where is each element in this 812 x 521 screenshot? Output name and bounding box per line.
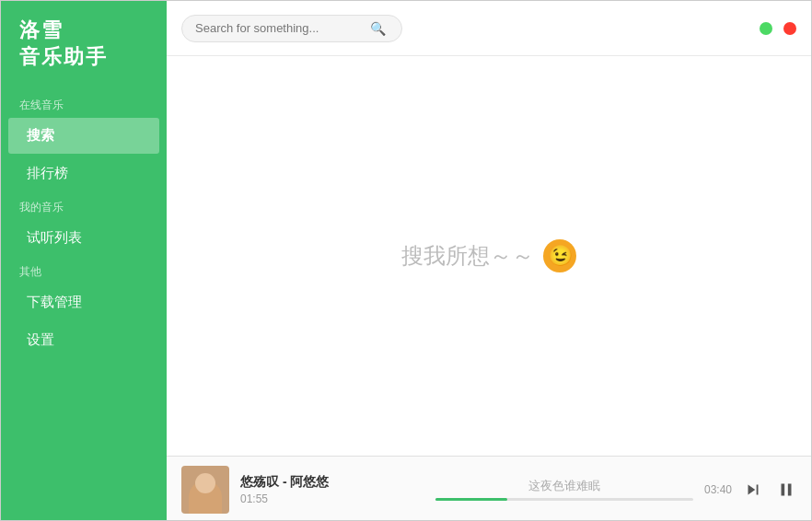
sidebar-item-search[interactable]: 搜索 — [8, 118, 159, 154]
main-panel: 🔍 搜我所想～～ 😉 悠殇叹 - 阿悠悠 01:55 这夜色谁难眠 03:40 — [167, 1, 811, 521]
emoji-icon: 😉 — [543, 239, 576, 272]
song-title: 悠殇叹 - 阿悠悠 — [240, 474, 424, 491]
sidebar: 洛雪 音乐助手 在线音乐 搜索 排行榜 我的音乐 试听列表 其他 下载管理 设置 — [1, 1, 167, 521]
album-art — [181, 466, 229, 514]
empty-message: 搜我所想～～ 😉 — [401, 239, 576, 272]
song-time-total: 03:40 — [704, 483, 732, 496]
sidebar-item-settings[interactable]: 设置 — [8, 322, 159, 358]
empty-text: 搜我所想～～ — [401, 241, 534, 271]
section-label-online: 在线音乐 — [1, 90, 167, 117]
song-time-elapsed: 01:55 — [240, 492, 424, 505]
section-label-mymusic: 我的音乐 — [1, 192, 167, 219]
sidebar-item-download[interactable]: 下载管理 — [8, 284, 159, 320]
progress-bar[interactable] — [435, 498, 693, 501]
song-info: 悠殇叹 - 阿悠悠 01:55 — [240, 474, 424, 505]
search-container[interactable]: 🔍 — [181, 15, 402, 42]
progress-area: 这夜色谁难眠 — [435, 478, 693, 501]
window-controls — [760, 22, 796, 35]
pause-button[interactable] — [776, 480, 796, 500]
close-button[interactable] — [783, 22, 796, 35]
player-controls — [743, 480, 796, 500]
sidebar-item-chart[interactable]: 排行榜 — [8, 156, 159, 191]
topbar: 🔍 — [167, 1, 811, 56]
player-bar: 悠殇叹 - 阿悠悠 01:55 这夜色谁难眠 03:40 — [167, 456, 811, 521]
sidebar-item-preview[interactable]: 试听列表 — [8, 220, 159, 256]
content-area: 搜我所想～～ 😉 — [167, 56, 811, 456]
search-input[interactable] — [195, 21, 370, 35]
search-icon[interactable]: 🔍 — [370, 21, 386, 36]
song-subtitle: 这夜色谁难眠 — [528, 478, 600, 494]
next-button[interactable] — [743, 480, 763, 500]
progress-fill — [435, 498, 507, 501]
minimize-button[interactable] — [760, 22, 772, 35]
section-label-other: 其他 — [1, 257, 167, 284]
app-title: 洛雪 音乐助手 — [1, 1, 167, 90]
